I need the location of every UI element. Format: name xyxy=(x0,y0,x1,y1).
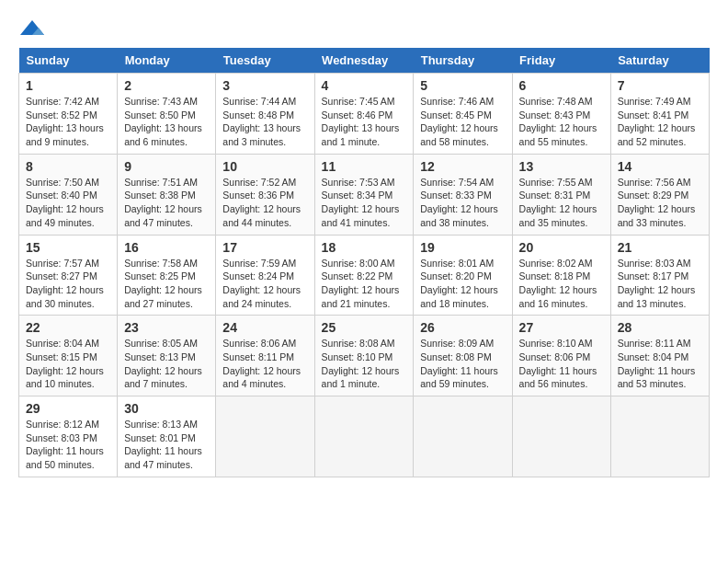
day-cell-30: 30Sunrise: 8:13 AMSunset: 8:01 PMDayligh… xyxy=(118,396,216,477)
sunset-label: Sunset: 8:52 PM xyxy=(26,109,97,121)
daylight-label: Daylight: 12 hours and 49 minutes. xyxy=(26,203,104,228)
day-info: Sunrise: 8:03 AMSunset: 8:17 PMDaylight:… xyxy=(618,257,702,311)
day-info: Sunrise: 7:48 AMSunset: 8:43 PMDaylight:… xyxy=(519,95,604,149)
day-cell-4: 4Sunrise: 7:45 AMSunset: 8:46 PMDaylight… xyxy=(314,74,414,155)
day-number: 20 xyxy=(519,240,604,255)
logo xyxy=(18,18,50,40)
day-info: Sunrise: 8:02 AMSunset: 8:18 PMDaylight:… xyxy=(519,257,604,311)
daylight-label: Daylight: 13 hours and 9 minutes. xyxy=(26,122,104,147)
day-info: Sunrise: 7:43 AMSunset: 8:50 PMDaylight:… xyxy=(124,95,209,149)
day-info: Sunrise: 7:45 AMSunset: 8:46 PMDaylight:… xyxy=(322,95,407,149)
sunset-label: Sunset: 8:18 PM xyxy=(519,270,591,282)
daylight-label: Daylight: 11 hours and 59 minutes. xyxy=(420,365,498,390)
day-info: Sunrise: 8:06 AMSunset: 8:11 PMDaylight:… xyxy=(222,337,307,391)
daylight-label: Daylight: 13 hours and 1 minute. xyxy=(322,122,400,147)
week-row-2: 8Sunrise: 7:50 AMSunset: 8:40 PMDaylight… xyxy=(19,154,710,235)
sunset-label: Sunset: 8:20 PM xyxy=(420,270,492,282)
week-row-4: 22Sunrise: 8:04 AMSunset: 8:15 PMDayligh… xyxy=(19,316,710,396)
sunrise-label: Sunrise: 7:52 AM xyxy=(222,177,296,188)
sunrise-label: Sunrise: 7:59 AM xyxy=(222,258,296,269)
day-number: 13 xyxy=(519,159,604,174)
sunrise-label: Sunrise: 7:45 AM xyxy=(322,96,395,107)
week-row-3: 15Sunrise: 7:57 AMSunset: 8:27 PMDayligh… xyxy=(19,235,710,316)
daylight-label: Daylight: 12 hours and 30 minutes. xyxy=(26,284,104,309)
daylight-label: Daylight: 12 hours and 35 minutes. xyxy=(519,203,597,228)
col-header-monday: Monday xyxy=(118,48,216,74)
day-info: Sunrise: 7:55 AMSunset: 8:31 PMDaylight:… xyxy=(519,176,604,230)
sunset-label: Sunset: 8:03 PM xyxy=(26,432,97,443)
sunrise-label: Sunrise: 8:13 AM xyxy=(124,419,198,430)
sunset-label: Sunset: 8:41 PM xyxy=(618,109,689,121)
day-number: 17 xyxy=(222,240,307,255)
empty-cell xyxy=(216,396,314,477)
day-number: 19 xyxy=(420,240,505,255)
day-info: Sunrise: 7:46 AMSunset: 8:45 PMDaylight:… xyxy=(420,95,505,149)
day-info: Sunrise: 7:59 AMSunset: 8:24 PMDaylight:… xyxy=(222,257,307,311)
day-cell-23: 23Sunrise: 8:05 AMSunset: 8:13 PMDayligh… xyxy=(118,316,216,396)
sunset-label: Sunset: 8:22 PM xyxy=(322,270,393,282)
day-cell-11: 11Sunrise: 7:53 AMSunset: 8:34 PMDayligh… xyxy=(314,154,414,235)
day-number: 9 xyxy=(124,159,209,174)
day-info: Sunrise: 8:13 AMSunset: 8:01 PMDaylight:… xyxy=(124,418,209,472)
day-cell-7: 7Sunrise: 7:49 AMSunset: 8:41 PMDaylight… xyxy=(610,74,709,155)
sunset-label: Sunset: 8:06 PM xyxy=(519,351,591,362)
sunrise-label: Sunrise: 8:05 AM xyxy=(124,338,198,349)
day-info: Sunrise: 7:49 AMSunset: 8:41 PMDaylight:… xyxy=(618,95,702,149)
daylight-label: Daylight: 11 hours and 56 minutes. xyxy=(519,365,597,390)
daylight-label: Daylight: 12 hours and 41 minutes. xyxy=(322,203,400,228)
day-cell-27: 27Sunrise: 8:10 AMSunset: 8:06 PMDayligh… xyxy=(512,316,610,396)
sunset-label: Sunset: 8:50 PM xyxy=(124,109,196,121)
sunset-label: Sunset: 8:40 PM xyxy=(26,190,97,201)
col-header-sunday: Sunday xyxy=(19,48,118,74)
empty-cell xyxy=(414,396,512,477)
sunrise-label: Sunrise: 7:51 AM xyxy=(124,177,198,188)
day-number: 24 xyxy=(222,320,307,335)
day-info: Sunrise: 7:52 AMSunset: 8:36 PMDaylight:… xyxy=(222,176,307,230)
sunset-label: Sunset: 8:13 PM xyxy=(124,351,196,362)
day-info: Sunrise: 7:42 AMSunset: 8:52 PMDaylight:… xyxy=(26,95,110,149)
empty-cell xyxy=(610,396,709,477)
day-cell-29: 29Sunrise: 8:12 AMSunset: 8:03 PMDayligh… xyxy=(19,396,118,477)
week-row-1: 1Sunrise: 7:42 AMSunset: 8:52 PMDaylight… xyxy=(19,74,710,155)
day-cell-2: 2Sunrise: 7:43 AMSunset: 8:50 PMDaylight… xyxy=(118,74,216,155)
daylight-label: Daylight: 12 hours and 27 minutes. xyxy=(124,284,202,309)
day-number: 11 xyxy=(322,159,407,174)
daylight-label: Daylight: 12 hours and 55 minutes. xyxy=(519,122,597,147)
day-cell-14: 14Sunrise: 7:56 AMSunset: 8:29 PMDayligh… xyxy=(610,154,709,235)
day-info: Sunrise: 8:01 AMSunset: 8:20 PMDaylight:… xyxy=(420,257,505,311)
day-number: 30 xyxy=(124,401,209,416)
daylight-label: Daylight: 11 hours and 53 minutes. xyxy=(618,365,696,390)
daylight-label: Daylight: 12 hours and 52 minutes. xyxy=(618,122,696,147)
col-header-wednesday: Wednesday xyxy=(314,48,414,74)
day-cell-12: 12Sunrise: 7:54 AMSunset: 8:33 PMDayligh… xyxy=(414,154,512,235)
daylight-label: Daylight: 13 hours and 6 minutes. xyxy=(124,122,202,147)
day-number: 1 xyxy=(26,78,110,93)
daylight-label: Daylight: 11 hours and 47 minutes. xyxy=(124,445,202,470)
day-number: 5 xyxy=(420,78,505,93)
sunrise-label: Sunrise: 8:02 AM xyxy=(519,258,593,269)
sunset-label: Sunset: 8:43 PM xyxy=(519,109,591,121)
col-header-tuesday: Tuesday xyxy=(216,48,314,74)
day-cell-17: 17Sunrise: 7:59 AMSunset: 8:24 PMDayligh… xyxy=(216,235,314,316)
sunset-label: Sunset: 8:27 PM xyxy=(26,270,97,282)
day-number: 15 xyxy=(26,240,110,255)
day-number: 2 xyxy=(124,78,209,93)
day-cell-18: 18Sunrise: 8:00 AMSunset: 8:22 PMDayligh… xyxy=(314,235,414,316)
day-number: 25 xyxy=(322,320,407,335)
week-row-5: 29Sunrise: 8:12 AMSunset: 8:03 PMDayligh… xyxy=(19,396,710,477)
day-info: Sunrise: 7:50 AMSunset: 8:40 PMDaylight:… xyxy=(26,176,110,230)
day-number: 18 xyxy=(322,240,407,255)
day-cell-28: 28Sunrise: 8:11 AMSunset: 8:04 PMDayligh… xyxy=(610,316,709,396)
day-info: Sunrise: 7:58 AMSunset: 8:25 PMDaylight:… xyxy=(124,257,209,311)
day-number: 27 xyxy=(519,320,604,335)
sunrise-label: Sunrise: 7:46 AM xyxy=(420,96,494,107)
day-info: Sunrise: 8:12 AMSunset: 8:03 PMDaylight:… xyxy=(26,418,110,472)
sunrise-label: Sunrise: 8:08 AM xyxy=(322,338,395,349)
daylight-label: Daylight: 12 hours and 7 minutes. xyxy=(124,365,202,390)
day-cell-10: 10Sunrise: 7:52 AMSunset: 8:36 PMDayligh… xyxy=(216,154,314,235)
day-info: Sunrise: 7:54 AMSunset: 8:33 PMDaylight:… xyxy=(420,176,505,230)
day-number: 12 xyxy=(420,159,505,174)
sunrise-label: Sunrise: 8:04 AM xyxy=(26,338,99,349)
sunset-label: Sunset: 8:31 PM xyxy=(519,190,591,201)
day-info: Sunrise: 8:09 AMSunset: 8:08 PMDaylight:… xyxy=(420,337,505,391)
